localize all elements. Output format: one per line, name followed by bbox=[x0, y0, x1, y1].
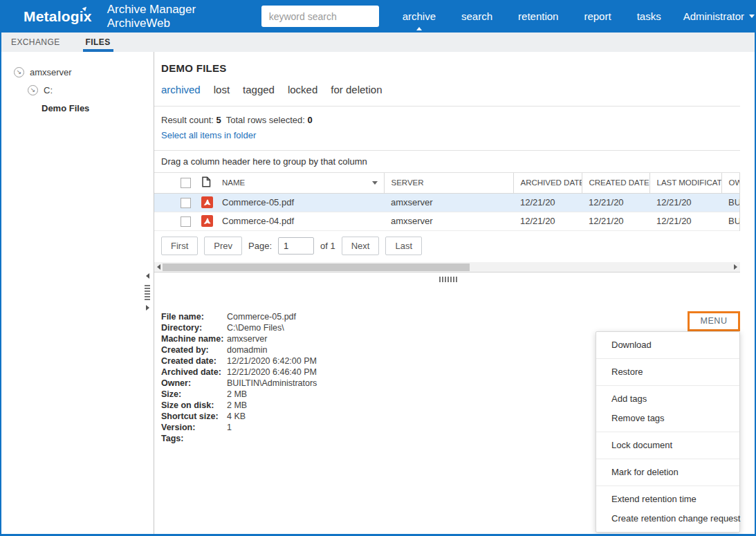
row-checkbox[interactable] bbox=[181, 216, 191, 227]
menu-group: Mark for deletion bbox=[596, 459, 739, 486]
horizontal-splitter[interactable] bbox=[154, 272, 740, 285]
menu-item-download[interactable]: Download bbox=[596, 335, 739, 355]
scrollbar-thumb[interactable] bbox=[163, 264, 470, 271]
property-label: Owner: bbox=[161, 378, 227, 389]
tree-item-amxserver[interactable]: ↘amxserver bbox=[1, 63, 154, 81]
expand-icon[interactable]: ↘ bbox=[28, 85, 38, 95]
scroll-left-icon[interactable] bbox=[157, 264, 160, 270]
nav-item-tasks[interactable]: tasks bbox=[637, 10, 661, 22]
property-value: amxserver bbox=[227, 333, 267, 344]
first-page-button[interactable]: First bbox=[161, 237, 198, 255]
metalogix-logo: Metalogix bbox=[24, 8, 92, 25]
menu-item-lock-document[interactable]: Lock document bbox=[596, 436, 739, 455]
property-value: 4 KB bbox=[227, 411, 246, 422]
chevron-down-icon bbox=[749, 15, 755, 18]
menu-item-create-retention-change-request[interactable]: Create retention change request bbox=[596, 509, 739, 528]
grid-clip: NAME SERVER ARCHIVED DATE CREATED DATE L… bbox=[154, 173, 740, 231]
grid-section: Result count: 5 Total rows selected: 0 S… bbox=[154, 106, 740, 285]
file-details-panel: MENU DownloadRestoreAdd tagsRemove tagsL… bbox=[154, 311, 755, 444]
splitter-expand-right-icon[interactable] bbox=[146, 305, 149, 311]
property-label: Machine name: bbox=[161, 333, 227, 344]
column-header-server[interactable]: SERVER bbox=[384, 173, 513, 193]
module-tab-bar: EXCHANGEFILES bbox=[1, 33, 755, 52]
main-panel: DEMO FILES archivedlosttaggedlockedfor d… bbox=[154, 52, 755, 534]
menu-button[interactable]: MENU bbox=[688, 311, 740, 331]
module-tab-exchange[interactable]: EXCHANGE bbox=[11, 33, 60, 52]
app-title: Archive Manager ArchiveWeb bbox=[107, 3, 241, 30]
tree-item-label: Demo Files bbox=[42, 103, 89, 113]
column-menu-icon[interactable] bbox=[372, 181, 378, 185]
filter-tab-tagged[interactable]: tagged bbox=[243, 84, 275, 95]
folder-tree: ↘amxserver↘C:Demo Files bbox=[1, 52, 154, 534]
user-menu[interactable]: Administrator bbox=[683, 10, 755, 22]
vertical-splitter[interactable] bbox=[144, 273, 151, 311]
menu-group: Add tagsRemove tags bbox=[596, 386, 739, 432]
select-all-link[interactable]: Select all items in folder bbox=[154, 130, 256, 140]
scroll-right-icon[interactable] bbox=[734, 264, 737, 270]
logo-text: Metalogix bbox=[24, 8, 92, 24]
column-header-owner[interactable]: OW bbox=[721, 173, 740, 193]
column-header-name[interactable]: NAME bbox=[215, 173, 384, 193]
cell-owner: BUIL bbox=[721, 212, 740, 230]
tree-item-c-[interactable]: ↘C: bbox=[1, 81, 154, 99]
rows-selected-label: Total rows selected: bbox=[226, 115, 305, 125]
menu-item-extend-retention-time[interactable]: Extend retention time bbox=[596, 490, 739, 509]
expand-icon[interactable]: ↘ bbox=[14, 67, 24, 77]
menu-dropdown: DownloadRestoreAdd tagsRemove tagsLock d… bbox=[596, 331, 740, 533]
cell-server: amxserver bbox=[384, 193, 513, 212]
menu-group: Extend retention timeCreate retention ch… bbox=[596, 486, 739, 532]
pdf-file-icon bbox=[201, 196, 213, 208]
top-nav: archivesearchretentionreporttasks bbox=[403, 10, 661, 22]
menu-item-restore[interactable]: Restore bbox=[596, 362, 739, 382]
filter-tab-archived[interactable]: archived bbox=[161, 84, 201, 95]
row-checkbox[interactable] bbox=[181, 198, 191, 208]
splitter-grip[interactable] bbox=[439, 277, 459, 282]
menu-item-mark-for-deletion[interactable]: Mark for deletion bbox=[596, 463, 739, 482]
nav-item-retention[interactable]: retention bbox=[518, 10, 558, 22]
row-handle-cell bbox=[154, 193, 174, 212]
column-header-created-date[interactable]: CREATED DATE bbox=[582, 173, 649, 193]
row-handle-header bbox=[154, 173, 174, 193]
result-count-label: Result count: bbox=[161, 115, 214, 125]
keyword-search-input[interactable] bbox=[261, 6, 379, 27]
menu-item-add-tags[interactable]: Add tags bbox=[596, 389, 739, 409]
cell-created-date: 12/21/20 bbox=[582, 212, 649, 230]
filter-tab-lost[interactable]: lost bbox=[214, 84, 230, 95]
horizontal-scrollbar[interactable] bbox=[154, 262, 740, 272]
tree-item-demo-files[interactable]: Demo Files bbox=[1, 99, 154, 117]
nav-item-report[interactable]: report bbox=[584, 10, 611, 22]
row-checkbox-cell bbox=[174, 212, 194, 230]
column-header-archived-date[interactable]: ARCHIVED DATE bbox=[513, 173, 582, 193]
next-page-button[interactable]: Next bbox=[342, 237, 380, 255]
property-label: Created date: bbox=[161, 355, 227, 367]
nav-item-archive[interactable]: archive bbox=[403, 10, 436, 22]
property-value: 2 MB bbox=[227, 389, 247, 400]
group-by-bar[interactable]: Drag a column header here to group by th… bbox=[154, 150, 740, 173]
splitter-grip[interactable] bbox=[145, 284, 150, 300]
column-header-last-modification[interactable]: LAST MODIFICATI bbox=[649, 173, 721, 193]
table-row[interactable]: Commerce-05.pdfamxserver12/21/2012/21/20… bbox=[154, 193, 740, 212]
filter-tab-for-deletion[interactable]: for deletion bbox=[331, 84, 382, 95]
property-label: Directory: bbox=[161, 322, 227, 333]
cell-last-modification: 12/21/20 bbox=[649, 193, 721, 212]
nav-item-search[interactable]: search bbox=[461, 10, 492, 22]
page-number-input[interactable] bbox=[278, 237, 314, 255]
user-menu-label: Administrator bbox=[683, 10, 744, 22]
prev-page-button[interactable]: Prev bbox=[204, 237, 242, 255]
last-page-button[interactable]: Last bbox=[385, 237, 422, 255]
property-label: Archived date: bbox=[161, 367, 227, 378]
splitter-collapse-left-icon[interactable] bbox=[146, 273, 149, 279]
property-value: Commerce-05.pdf bbox=[227, 311, 296, 322]
result-count-line: Result count: 5 Total rows selected: 0 bbox=[154, 115, 740, 125]
filter-tab-locked[interactable]: locked bbox=[288, 84, 317, 95]
pagination: First Prev Page: of 1 Next Last bbox=[161, 237, 740, 255]
table-row[interactable]: Commerce-04.pdfamxserver12/21/2012/21/20… bbox=[154, 212, 740, 230]
cell-server: amxserver bbox=[384, 212, 513, 230]
property-label: File name: bbox=[161, 311, 227, 322]
rows-selected-value: 0 bbox=[308, 115, 313, 125]
property-value: C:\Demo Files\ bbox=[227, 322, 284, 333]
property-value: BUILTIN\Administrators bbox=[227, 378, 317, 389]
select-all-checkbox[interactable] bbox=[181, 178, 191, 188]
menu-item-remove-tags[interactable]: Remove tags bbox=[596, 409, 739, 428]
module-tab-files[interactable]: FILES bbox=[86, 33, 111, 52]
